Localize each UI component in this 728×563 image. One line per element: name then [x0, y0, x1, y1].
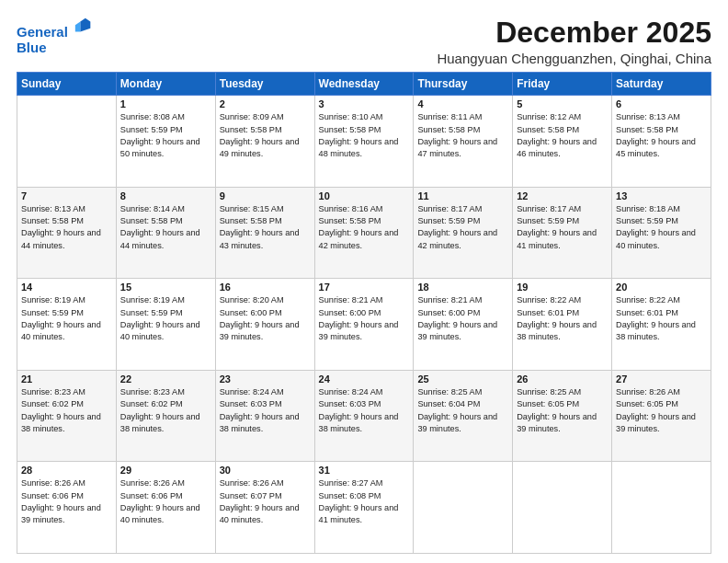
cell-3-2: 23Sunrise: 8:24 AM Sunset: 6:03 PM Dayli… — [215, 370, 314, 462]
cell-2-4: 18Sunrise: 8:21 AM Sunset: 6:00 PM Dayli… — [414, 279, 513, 371]
cell-2-3: 17Sunrise: 8:21 AM Sunset: 6:00 PM Dayli… — [314, 279, 414, 371]
day-number: 12 — [517, 190, 608, 201]
cell-1-0: 7Sunrise: 8:13 AM Sunset: 5:58 PM Daylig… — [17, 187, 117, 279]
logo-line2: Blue — [17, 40, 94, 56]
logo-text: General — [17, 17, 94, 40]
cell-1-4: 11Sunrise: 8:17 AM Sunset: 5:59 PM Dayli… — [414, 187, 513, 279]
day-info: Sunrise: 8:12 AM Sunset: 5:58 PM Dayligh… — [517, 111, 608, 160]
cell-4-3: 31Sunrise: 8:27 AM Sunset: 6:08 PM Dayli… — [314, 462, 414, 554]
week-row-4: 28Sunrise: 8:26 AM Sunset: 6:06 PM Dayli… — [17, 462, 711, 554]
col-friday: Friday — [513, 73, 612, 96]
day-number: 11 — [417, 190, 508, 201]
day-info: Sunrise: 8:25 AM Sunset: 6:05 PM Dayligh… — [517, 386, 608, 435]
day-info: Sunrise: 8:17 AM Sunset: 5:59 PM Dayligh… — [417, 203, 508, 252]
day-number: 2 — [220, 98, 311, 109]
col-saturday: Saturday — [612, 73, 711, 96]
week-row-2: 14Sunrise: 8:19 AM Sunset: 5:59 PM Dayli… — [17, 279, 711, 371]
day-info: Sunrise: 8:08 AM Sunset: 5:59 PM Dayligh… — [120, 111, 211, 160]
cell-1-3: 10Sunrise: 8:16 AM Sunset: 5:58 PM Dayli… — [314, 187, 414, 279]
day-number: 1 — [120, 98, 211, 109]
day-number: 3 — [319, 98, 410, 109]
day-info: Sunrise: 8:19 AM Sunset: 5:59 PM Dayligh… — [120, 294, 211, 343]
header: General Blue December 2025 Huangyuan Che… — [17, 17, 711, 66]
cell-1-5: 12Sunrise: 8:17 AM Sunset: 5:59 PM Dayli… — [513, 187, 612, 279]
cell-0-6: 6Sunrise: 8:13 AM Sunset: 5:58 PM Daylig… — [612, 96, 711, 188]
cell-3-3: 24Sunrise: 8:24 AM Sunset: 6:03 PM Dayli… — [314, 370, 414, 462]
day-number: 19 — [517, 282, 608, 293]
col-thursday: Thursday — [414, 73, 513, 96]
day-info: Sunrise: 8:14 AM Sunset: 5:58 PM Dayligh… — [120, 203, 211, 252]
day-number: 26 — [517, 373, 608, 385]
calendar-header-row: Sunday Monday Tuesday Wednesday Thursday… — [17, 73, 711, 96]
day-number: 30 — [220, 465, 311, 476]
day-info: Sunrise: 8:26 AM Sunset: 6:05 PM Dayligh… — [616, 386, 707, 435]
col-sunday: Sunday — [17, 73, 117, 96]
day-number: 13 — [616, 190, 707, 201]
cell-4-4 — [414, 462, 513, 554]
day-info: Sunrise: 8:24 AM Sunset: 6:03 PM Dayligh… — [220, 386, 311, 435]
cell-4-2: 30Sunrise: 8:26 AM Sunset: 6:07 PM Dayli… — [215, 462, 314, 554]
day-number: 16 — [220, 282, 311, 293]
cell-0-3: 3Sunrise: 8:10 AM Sunset: 5:58 PM Daylig… — [314, 96, 414, 188]
cell-4-5 — [513, 462, 612, 554]
day-info: Sunrise: 8:23 AM Sunset: 6:02 PM Dayligh… — [21, 386, 112, 435]
day-info: Sunrise: 8:20 AM Sunset: 6:00 PM Dayligh… — [220, 294, 311, 343]
logo-line1: General — [17, 24, 68, 40]
day-number: 24 — [319, 373, 410, 385]
day-number: 18 — [417, 282, 508, 293]
cell-2-1: 15Sunrise: 8:19 AM Sunset: 5:59 PM Dayli… — [116, 279, 215, 371]
day-number: 21 — [21, 373, 112, 385]
day-number: 22 — [120, 373, 211, 385]
day-number: 20 — [616, 282, 707, 293]
day-info: Sunrise: 8:22 AM Sunset: 6:01 PM Dayligh… — [517, 294, 608, 343]
col-wednesday: Wednesday — [314, 73, 414, 96]
day-info: Sunrise: 8:11 AM Sunset: 5:58 PM Dayligh… — [417, 111, 508, 160]
day-info: Sunrise: 8:26 AM Sunset: 6:06 PM Dayligh… — [21, 477, 112, 526]
col-tuesday: Tuesday — [215, 73, 314, 96]
cell-0-0 — [17, 96, 117, 188]
day-number: 5 — [517, 98, 608, 109]
day-info: Sunrise: 8:25 AM Sunset: 6:04 PM Dayligh… — [417, 386, 508, 435]
week-row-1: 7Sunrise: 8:13 AM Sunset: 5:58 PM Daylig… — [17, 187, 711, 279]
cell-1-2: 9Sunrise: 8:15 AM Sunset: 5:58 PM Daylig… — [215, 187, 314, 279]
cell-0-1: 1Sunrise: 8:08 AM Sunset: 5:59 PM Daylig… — [116, 96, 215, 188]
cell-0-5: 5Sunrise: 8:12 AM Sunset: 5:58 PM Daylig… — [513, 96, 612, 188]
day-info: Sunrise: 8:21 AM Sunset: 6:00 PM Dayligh… — [417, 294, 508, 343]
day-number: 9 — [220, 190, 311, 201]
day-number: 27 — [616, 373, 707, 385]
title-area: December 2025 Huangyuan Chengguanzhen, Q… — [437, 17, 711, 66]
cell-1-6: 13Sunrise: 8:18 AM Sunset: 5:59 PM Dayli… — [612, 187, 711, 279]
day-number: 7 — [21, 190, 112, 201]
cell-0-2: 2Sunrise: 8:09 AM Sunset: 5:58 PM Daylig… — [215, 96, 314, 188]
day-info: Sunrise: 8:15 AM Sunset: 5:58 PM Dayligh… — [220, 203, 311, 252]
day-info: Sunrise: 8:24 AM Sunset: 6:03 PM Dayligh… — [319, 386, 410, 435]
cell-2-0: 14Sunrise: 8:19 AM Sunset: 5:59 PM Dayli… — [17, 279, 117, 371]
cell-1-1: 8Sunrise: 8:14 AM Sunset: 5:58 PM Daylig… — [116, 187, 215, 279]
day-info: Sunrise: 8:26 AM Sunset: 6:07 PM Dayligh… — [220, 477, 311, 526]
day-info: Sunrise: 8:17 AM Sunset: 5:59 PM Dayligh… — [517, 203, 608, 252]
day-number: 29 — [120, 465, 211, 476]
day-info: Sunrise: 8:27 AM Sunset: 6:08 PM Dayligh… — [319, 477, 410, 526]
cell-2-6: 20Sunrise: 8:22 AM Sunset: 6:01 PM Dayli… — [612, 279, 711, 371]
subtitle: Huangyuan Chengguanzhen, Qinghai, China — [437, 51, 711, 66]
cell-3-5: 26Sunrise: 8:25 AM Sunset: 6:05 PM Dayli… — [513, 370, 612, 462]
page: General Blue December 2025 Huangyuan Che… — [0, 0, 728, 563]
cell-2-2: 16Sunrise: 8:20 AM Sunset: 6:00 PM Dayli… — [215, 279, 314, 371]
cell-0-4: 4Sunrise: 8:11 AM Sunset: 5:58 PM Daylig… — [414, 96, 513, 188]
day-info: Sunrise: 8:18 AM Sunset: 5:59 PM Dayligh… — [616, 203, 707, 252]
week-row-0: 1Sunrise: 8:08 AM Sunset: 5:59 PM Daylig… — [17, 96, 711, 188]
day-info: Sunrise: 8:19 AM Sunset: 5:59 PM Dayligh… — [21, 294, 112, 343]
logo-area: General Blue — [17, 17, 94, 55]
day-info: Sunrise: 8:13 AM Sunset: 5:58 PM Dayligh… — [21, 203, 112, 252]
day-number: 6 — [616, 98, 707, 109]
day-number: 17 — [319, 282, 410, 293]
month-title: December 2025 — [437, 17, 711, 49]
day-info: Sunrise: 8:21 AM Sunset: 6:00 PM Dayligh… — [319, 294, 410, 343]
day-number: 15 — [120, 282, 211, 293]
day-info: Sunrise: 8:16 AM Sunset: 5:58 PM Dayligh… — [319, 203, 410, 252]
calendar: Sunday Monday Tuesday Wednesday Thursday… — [17, 72, 711, 554]
day-info: Sunrise: 8:09 AM Sunset: 5:58 PM Dayligh… — [220, 111, 311, 160]
cell-3-1: 22Sunrise: 8:23 AM Sunset: 6:02 PM Dayli… — [116, 370, 215, 462]
cell-2-5: 19Sunrise: 8:22 AM Sunset: 6:01 PM Dayli… — [513, 279, 612, 371]
day-number: 23 — [220, 373, 311, 385]
